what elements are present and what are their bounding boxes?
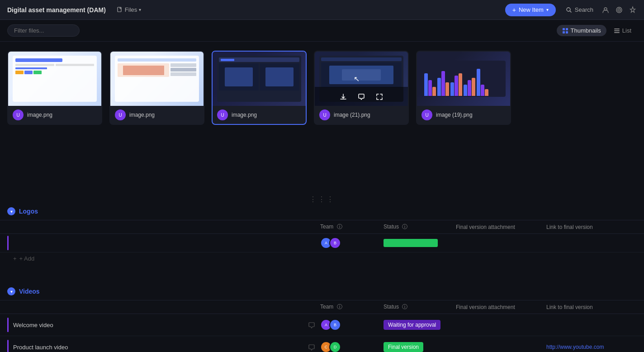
logos-section-header: ▾ Logos <box>0 203 644 220</box>
logos-section: ▾ Logos Team ⓘ Status ⓘ Final version at… <box>0 203 644 274</box>
new-item-chevron-icon: ▾ <box>546 7 549 12</box>
svg-rect-6 <box>563 28 565 30</box>
videos-table-header: Team ⓘ Status ⓘ Final version attachment… <box>0 300 644 314</box>
logos-collapse-button[interactable]: ▾ <box>7 207 15 215</box>
videos-team-info-icon[interactable]: ⓘ <box>337 304 342 310</box>
svg-rect-8 <box>563 31 565 33</box>
logos-col-team: Team ⓘ <box>320 223 384 231</box>
thumb-meta-5: U image (19).png <box>417 106 510 124</box>
video-row-2-status: Final version <box>384 342 456 352</box>
thumb-image-2 <box>110 52 204 106</box>
comment-icon <box>308 322 315 328</box>
avatar-v1-2: B <box>329 319 341 331</box>
download-button[interactable] <box>338 90 349 102</box>
row-accent-video-2 <box>7 340 9 352</box>
logos-col-link: Link to final version <box>546 224 637 230</box>
videos-section-header: ▾ Videos <box>0 283 644 300</box>
avatar-v2-2: D <box>329 341 341 352</box>
thumb-overlay-4 <box>315 87 408 106</box>
search-icon <box>566 7 572 13</box>
view-toggle: Thumbnails List <box>557 25 637 36</box>
file-name-1: image.png <box>27 112 52 118</box>
logos-add-row[interactable]: + + Add <box>0 252 644 265</box>
radar-icon[interactable] <box>615 5 623 14</box>
file-name-2: image.png <box>129 112 155 118</box>
thumb-meta-1: U image.png <box>8 106 101 124</box>
chevron-down-icon: ▾ <box>139 7 141 12</box>
logos-status-row[interactable]: A B <box>0 234 644 252</box>
status-badge-final: Final version <box>384 342 423 352</box>
videos-col-link: Link to final version <box>546 304 637 310</box>
video-2-team-avatars: C D <box>320 341 341 352</box>
status-info-icon[interactable]: ⓘ <box>402 224 407 230</box>
drag-dots-icon: ⋮⋮⋮ <box>309 195 335 204</box>
app-title: Digital asset management (DAM) <box>7 6 106 14</box>
logos-table-header: Team ⓘ Status ⓘ Final version attachment… <box>0 220 644 234</box>
status-badge-waiting: Waiting for approval <box>384 320 440 330</box>
logos-col-attachment: Final version attachment <box>456 224 546 230</box>
list-icon <box>614 28 620 34</box>
comment-icon-2 <box>308 344 315 351</box>
youtube-link[interactable]: http://www.youtube.com <box>546 344 604 350</box>
header: Digital asset management (DAM) Files ▾ +… <box>0 0 644 20</box>
grid-icon <box>562 28 568 34</box>
avatar-2: U <box>115 109 126 120</box>
logos-col-status: Status ⓘ <box>384 223 456 231</box>
files-button[interactable]: Files ▾ <box>113 5 145 15</box>
team-info-icon[interactable]: ⓘ <box>337 224 342 230</box>
file-card-1[interactable]: U image.png <box>7 51 102 125</box>
pin-icon[interactable] <box>629 5 637 14</box>
avatar-4: U <box>319 109 330 120</box>
thumb-image-5 <box>417 52 510 106</box>
logos-team-avatars: A B <box>320 237 384 249</box>
video-row-1-status: Waiting for approval <box>384 320 456 330</box>
svg-rect-12 <box>614 32 620 33</box>
video-row-2-name: Product launch video <box>13 344 307 351</box>
thumb-image-1 <box>8 52 101 106</box>
video-row-2[interactable]: Product launch video C D Final version h… <box>0 336 644 352</box>
svg-point-5 <box>619 10 620 10</box>
thumbnails-view-button[interactable]: Thumbnails <box>557 25 606 36</box>
file-name-3: image.png <box>232 112 257 118</box>
thumbnails-grid: U image.png <box>7 51 637 125</box>
file-card-3[interactable]: U image.png <box>212 51 307 125</box>
video-row-1[interactable]: Welcome video A B Waiting for approval <box>0 314 644 336</box>
file-card-2[interactable]: U image.png <box>109 51 204 125</box>
video-row-2-link[interactable]: http://www.youtube.com <box>546 344 637 350</box>
svg-rect-9 <box>566 31 568 33</box>
header-icons <box>601 5 637 14</box>
toolbar: Thumbnails List <box>0 20 644 42</box>
svg-rect-7 <box>566 28 568 30</box>
file-card-4[interactable]: ↖ <box>314 51 409 125</box>
logos-row-status <box>384 239 456 247</box>
expand-button[interactable] <box>374 90 385 102</box>
videos-status-info-icon[interactable]: ⓘ <box>402 304 407 310</box>
avatar-team-2: B <box>329 237 341 249</box>
add-icon: + <box>13 255 17 262</box>
thumb-image-4: ↖ <box>315 52 408 106</box>
videos-collapse-button[interactable]: ▾ <box>7 287 15 295</box>
thumb-meta-3: U image.png <box>213 106 306 124</box>
video-1-team-avatars: A B <box>320 319 341 331</box>
filter-input[interactable] <box>7 24 80 37</box>
row-accent-video-1 <box>7 318 9 332</box>
list-view-button[interactable]: List <box>608 25 637 36</box>
video-row-1-name: Welcome video <box>13 322 307 328</box>
avatar-3: U <box>217 109 228 120</box>
file-icon <box>117 7 123 13</box>
thumb-meta-2: U image.png <box>110 106 204 124</box>
files-area: U image.png <box>0 42 644 195</box>
videos-col-attachment: Final version attachment <box>456 304 546 310</box>
avatar-1: U <box>13 109 24 120</box>
user-icon[interactable] <box>601 5 610 14</box>
svg-rect-11 <box>614 30 620 31</box>
resize-handle[interactable]: ⋮⋮⋮ <box>0 195 644 203</box>
file-card-5[interactable]: U image (19).png <box>416 51 511 125</box>
avatar-5: U <box>421 109 432 120</box>
new-item-button[interactable]: + New Item ▾ <box>505 4 556 16</box>
video-row-1-comment-button[interactable] <box>307 320 317 329</box>
video-row-2-comment-button[interactable] <box>307 342 317 352</box>
comment-button[interactable] <box>356 90 367 102</box>
search-button[interactable]: Search <box>561 5 598 15</box>
thumb-image-3 <box>213 52 306 106</box>
